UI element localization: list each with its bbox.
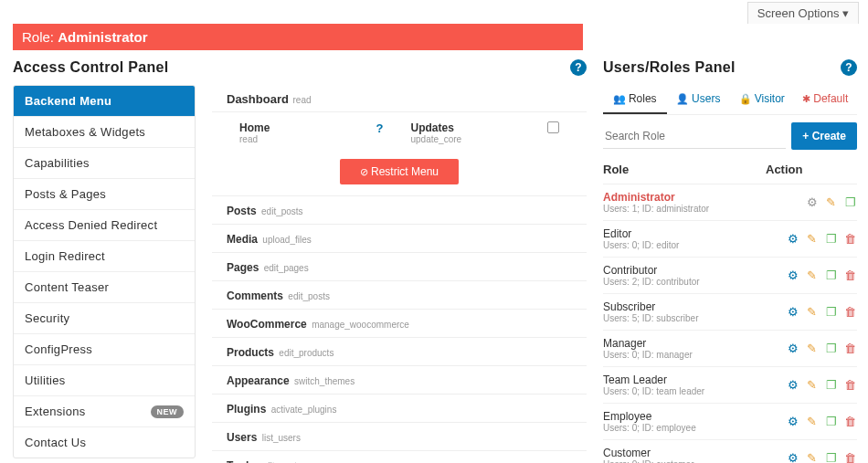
edit-icon[interactable]: ✎ <box>805 305 819 319</box>
menu-cap-title: Appearance <box>227 374 290 387</box>
role-meta: Users: 0; ID: customer <box>603 459 766 463</box>
delete-icon[interactable]: 🗑 <box>843 415 857 428</box>
delete-icon[interactable]: 🗑 <box>843 268 857 282</box>
delete-icon[interactable]: 🗑 <box>843 232 857 246</box>
manage-icon[interactable]: ⚙ <box>786 305 799 319</box>
manage-icon[interactable]: ⚙ <box>786 451 799 463</box>
dashboard-header[interactable]: Dashboard read <box>212 85 587 112</box>
tab-default[interactable]: ✱Default <box>794 85 858 114</box>
menu-cap-row[interactable]: Media upload_files <box>212 225 587 253</box>
sidebar-item-label: Metaboxes & Widgets <box>25 125 145 139</box>
menu-cap-title: WooCommerce <box>227 318 307 331</box>
updates-cap: update_core <box>410 134 547 144</box>
edit-icon[interactable]: ✎ <box>805 451 819 463</box>
clone-icon[interactable]: ❐ <box>843 195 857 209</box>
menu-cap-row[interactable]: Users list_users <box>212 423 587 451</box>
role-row[interactable]: ContributorUsers: 2; ID: contributor⚙✎❐🗑 <box>603 258 857 294</box>
sidebar-item[interactable]: Access Denied Redirect <box>14 210 195 241</box>
manage-icon[interactable]: ⚙ <box>786 268 799 282</box>
create-role-button[interactable]: Create <box>791 122 857 150</box>
role-meta: Users: 5; ID: subscriber <box>603 313 766 323</box>
sidebar-item[interactable]: ConfigPress <box>14 334 195 365</box>
edit-icon[interactable]: ✎ <box>824 195 838 209</box>
tab-roles[interactable]: 👥Roles <box>603 85 667 114</box>
role-row[interactable]: EmployeeUsers: 0; ID: employee⚙✎❐🗑 <box>603 404 857 440</box>
delete-icon[interactable]: 🗑 <box>843 305 857 319</box>
clone-icon[interactable]: ❐ <box>824 415 838 428</box>
updates-label: Updates <box>410 121 547 134</box>
role-row[interactable]: SubscriberUsers: 5; ID: subscriber⚙✎❐🗑 <box>603 294 857 331</box>
manage-icon[interactable]: ⚙ <box>786 378 799 392</box>
role-row[interactable]: EditorUsers: 0; ID: editor⚙✎❐🗑 <box>603 221 857 258</box>
sidebar-item[interactable]: Login Redirect <box>14 241 195 272</box>
question-icon[interactable]: ? <box>376 121 384 135</box>
help-icon[interactable]: ? <box>570 59 587 76</box>
sidebar-item[interactable]: Posts & Pages <box>14 179 195 210</box>
clone-icon[interactable]: ❐ <box>824 342 838 355</box>
menu-cap-title: Plugins <box>227 403 266 416</box>
search-role-input[interactable] <box>603 124 786 149</box>
sidebar-item-label: Posts & Pages <box>25 187 106 201</box>
updates-checkbox[interactable] <box>547 121 559 133</box>
tab-visitor[interactable]: 🔒Visitor <box>730 85 794 114</box>
role-row[interactable]: ManagerUsers: 0; ID: manager⚙✎❐🗑 <box>603 331 857 367</box>
manage-icon[interactable]: ⚙ <box>805 195 819 209</box>
menu-cap-row[interactable]: WooCommerce manage_woocommerce <box>212 310 587 338</box>
menu-cap-capability: upload_files <box>262 235 311 245</box>
user-icon: 👤 <box>676 93 689 104</box>
menu-cap-row[interactable]: Comments edit_posts <box>212 281 587 310</box>
clone-icon[interactable]: ❐ <box>824 305 838 319</box>
sidebar-item[interactable]: Contact Us <box>14 427 195 458</box>
help-icon-right[interactable]: ? <box>841 59 857 76</box>
role-banner: Role: Administrator <box>13 24 583 50</box>
sidebar-item-label: Security <box>25 311 69 325</box>
menu-cap-title: Comments <box>227 289 283 302</box>
edit-icon[interactable]: ✎ <box>805 378 819 392</box>
screen-options-button[interactable]: Screen Options ▾ <box>747 2 859 24</box>
edit-icon[interactable]: ✎ <box>805 232 819 246</box>
manage-icon[interactable]: ⚙ <box>786 342 799 355</box>
role-name-label: Manager <box>603 337 766 350</box>
role-row[interactable]: AdministratorUsers: 1; ID: administrator… <box>603 184 857 221</box>
clone-icon[interactable]: ❐ <box>824 268 838 282</box>
sidebar-item[interactable]: Utilities <box>14 365 195 396</box>
sidebar-item[interactable]: ExtensionsNEW <box>14 396 195 427</box>
role-name: Administrator <box>58 29 147 45</box>
sidebar-item[interactable]: Capabilities <box>14 148 195 179</box>
manage-icon[interactable]: ⚙ <box>786 232 799 246</box>
clone-icon[interactable]: ❐ <box>824 232 838 246</box>
menu-cap-row[interactable]: Tools edit_posts <box>212 451 587 463</box>
edit-icon[interactable]: ✎ <box>805 415 819 428</box>
clone-icon[interactable]: ❐ <box>824 378 838 392</box>
sidebar-item-label: Capabilities <box>25 156 90 170</box>
edit-icon[interactable]: ✎ <box>805 268 819 282</box>
roles-icon: 👥 <box>613 93 626 104</box>
new-badge: NEW <box>151 405 185 418</box>
menu-cap-row[interactable]: Appearance switch_themes <box>212 366 587 395</box>
tab-users[interactable]: 👤Users <box>667 85 731 114</box>
delete-icon[interactable]: 🗑 <box>843 378 857 392</box>
sidebar-item[interactable]: Backend Menu <box>14 86 195 117</box>
delete-icon[interactable]: 🗑 <box>843 451 857 463</box>
tab-default-label: Default <box>813 92 848 105</box>
menu-cap-row[interactable]: Products edit_products <box>212 338 587 366</box>
sidebar-item-label: Extensions <box>25 405 86 418</box>
menu-cap-row[interactable]: Posts edit_posts <box>212 196 587 225</box>
delete-icon[interactable]: 🗑 <box>843 342 857 355</box>
sidebar-item[interactable]: Security <box>14 303 195 334</box>
clone-icon[interactable]: ❐ <box>824 451 838 463</box>
header-action: Action <box>766 163 857 176</box>
edit-icon[interactable]: ✎ <box>805 342 819 355</box>
menu-cap-capability: edit_pages <box>264 263 309 273</box>
role-row[interactable]: CustomerUsers: 0; ID: customer⚙✎❐🗑 <box>603 440 857 463</box>
menu-cap-row[interactable]: Pages edit_pages <box>212 253 587 281</box>
manage-icon[interactable]: ⚙ <box>786 415 799 428</box>
menu-cap-capability: list_users <box>262 433 301 443</box>
role-row[interactable]: Team LeaderUsers: 0; ID: team leader⚙✎❐🗑 <box>603 367 857 404</box>
sidebar-item[interactable]: Metaboxes & Widgets <box>14 117 195 148</box>
role-name-label: Customer <box>603 447 766 459</box>
menu-cap-row[interactable]: Plugins activate_plugins <box>212 395 587 423</box>
sidebar-item[interactable]: Content Teaser <box>14 272 195 303</box>
restrict-menu-button[interactable]: Restrict Menu <box>340 159 459 184</box>
tab-roles-label: Roles <box>629 92 657 105</box>
